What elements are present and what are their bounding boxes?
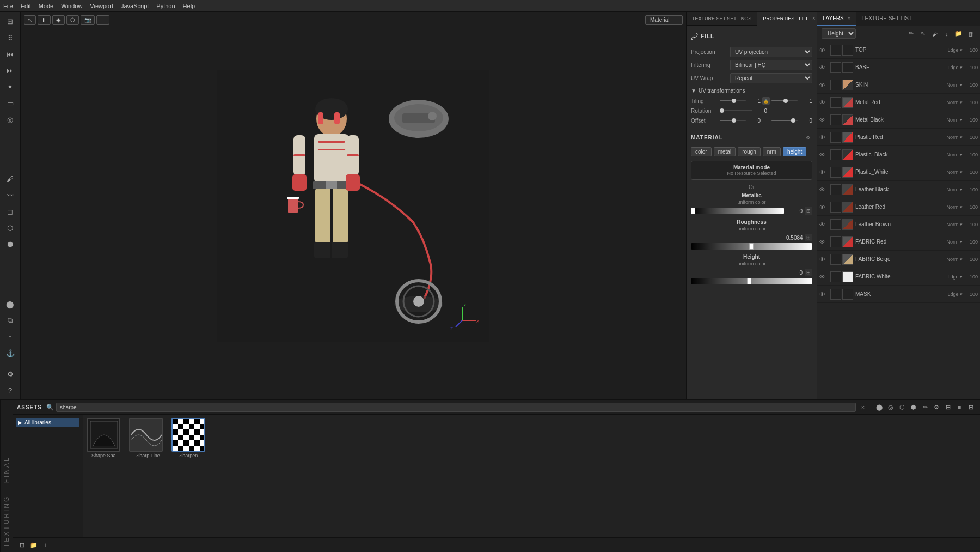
- tab-properties-fill[interactable]: PROPERTIES - FILL ×: [757, 12, 817, 26]
- channel-metal[interactable]: metal: [714, 147, 736, 156]
- channel-height[interactable]: height: [783, 147, 806, 156]
- assets-search-input[interactable]: [56, 403, 856, 412]
- menu-file[interactable]: File: [3, 3, 13, 9]
- channel-color[interactable]: color: [691, 147, 712, 156]
- layer-item[interactable]: 👁 FABRIC Red Norm ▾ 100: [817, 233, 980, 251]
- roughness-slider[interactable]: [691, 243, 812, 250]
- assets-tool-3[interactable]: ⬡: [897, 402, 907, 412]
- layer-item[interactable]: 👁 Leather Red Norm ▾ 100: [817, 198, 980, 216]
- metallic-slider[interactable]: [691, 208, 784, 214]
- height-expand[interactable]: ⊞: [805, 269, 812, 276]
- assets-bottom-3[interactable]: +: [41, 540, 51, 550]
- tool-fill[interactable]: ⬢: [3, 238, 17, 252]
- tool-dots[interactable]: ⠿: [3, 31, 17, 45]
- offset-slider-y[interactable]: [771, 117, 798, 124]
- uv-wrap-select[interactable]: Repeat Mirror Clamp: [730, 73, 812, 83]
- layer-eye-5[interactable]: 👁: [819, 134, 828, 141]
- layer-tool-brush[interactable]: 🖌: [930, 29, 940, 39]
- menu-viewport[interactable]: Viewport: [90, 3, 113, 9]
- menu-window[interactable]: Window: [61, 3, 82, 9]
- asset-thumb-1[interactable]: Sharp Line: [129, 418, 167, 458]
- tool-selection[interactable]: ⬡: [3, 221, 17, 235]
- tool-circle[interactable]: ◎: [3, 112, 17, 126]
- menu-javascript[interactable]: JavaScript: [121, 3, 149, 9]
- filtering-select[interactable]: Bilinear | HQ Nearest: [730, 60, 812, 70]
- layers-tab-close[interactable]: ×: [848, 15, 851, 21]
- asset-thumb-0[interactable]: Shape Sha...: [87, 418, 125, 458]
- layer-eye-6[interactable]: 👁: [819, 151, 828, 158]
- channel-rough[interactable]: rough: [738, 147, 761, 156]
- layer-item[interactable]: 👁 Leather Brown Norm ▾ 100: [817, 216, 980, 233]
- menu-mode[interactable]: Mode: [39, 3, 54, 9]
- tool-eraser[interactable]: ◻: [3, 205, 17, 219]
- assets-tool-5[interactable]: ✏: [920, 402, 930, 412]
- layer-item[interactable]: 👁 TOP Ldge ▾ 100: [817, 41, 980, 59]
- layer-tool-arrow[interactable]: ↓: [942, 29, 952, 39]
- layer-item[interactable]: 👁 SKIN Norm ▾ 100: [817, 76, 980, 94]
- tool-paint[interactable]: 🖌: [3, 172, 17, 186]
- layer-item[interactable]: 👁 Plastic_Black Norm ▾ 100: [817, 146, 980, 163]
- search-clear-button[interactable]: ×: [858, 402, 868, 412]
- material-settings-icon[interactable]: ⚙: [804, 134, 812, 142]
- menu-edit[interactable]: Edit: [21, 3, 31, 9]
- offset-slider-x[interactable]: [720, 117, 746, 124]
- tool-grid[interactable]: ⊞: [3, 14, 17, 28]
- assets-tool-2[interactable]: ◎: [886, 402, 896, 412]
- layer-eye-8[interactable]: 👁: [819, 186, 828, 193]
- tiling-slider-y[interactable]: [771, 97, 798, 105]
- tool-transform[interactable]: ✦: [3, 80, 17, 94]
- uv-transform-header[interactable]: ▼ UV transformations: [691, 88, 812, 94]
- layer-item[interactable]: 👁 Leather Black Norm ▾ 100: [817, 181, 980, 198]
- assets-tool-7[interactable]: ⊞: [943, 402, 953, 412]
- height-slider[interactable]: [691, 278, 812, 284]
- projection-select[interactable]: UV projection Triplanar Planar: [730, 47, 812, 57]
- layer-eye-3[interactable]: 👁: [819, 99, 828, 106]
- layer-eye-13[interactable]: 👁: [819, 274, 828, 280]
- layer-tool-folder[interactable]: 📁: [954, 29, 964, 39]
- assets-tool-1[interactable]: ⬤: [874, 402, 884, 412]
- layer-eye-4[interactable]: 👁: [819, 117, 828, 123]
- layer-eye-12[interactable]: 👁: [819, 256, 828, 263]
- tool-layers[interactable]: ⧉: [3, 313, 17, 327]
- tab-texture-set-list[interactable]: TEXTURE SET LIST: [856, 12, 917, 26]
- layer-eye-10[interactable]: 👁: [819, 221, 828, 228]
- layer-item[interactable]: 👁 FABRIC Beige Norm ▾ 100: [817, 251, 980, 268]
- menu-python[interactable]: Python: [156, 3, 175, 9]
- layer-eye-1[interactable]: 👁: [819, 64, 828, 71]
- assets-lib-all[interactable]: ▶ All libraries: [16, 418, 79, 427]
- layer-eye-2[interactable]: 👁: [819, 82, 828, 88]
- tool-rect[interactable]: ▭: [3, 96, 17, 110]
- tool-prev[interactable]: ⏮: [3, 47, 17, 61]
- menu-help[interactable]: Help: [183, 3, 195, 9]
- layer-item[interactable]: 👁 Metal Black Norm ▾ 100: [817, 111, 980, 129]
- height-dropdown[interactable]: Height: [822, 28, 856, 39]
- assets-view-grid[interactable]: ⊟: [966, 402, 976, 412]
- layer-eye-7[interactable]: 👁: [819, 169, 828, 175]
- layer-item[interactable]: 👁 FABRIC White Ldge ▾ 100: [817, 268, 980, 286]
- tiling-lock[interactable]: 🔒: [762, 97, 770, 105]
- tool-export[interactable]: ↑: [3, 330, 17, 344]
- roughness-thumb[interactable]: [749, 243, 754, 250]
- assets-bottom-1[interactable]: ⊞: [17, 540, 27, 550]
- channel-nrm[interactable]: nrm: [763, 147, 781, 156]
- metallic-expand[interactable]: ⊞: [805, 207, 812, 215]
- tool-smudge[interactable]: 〰: [3, 189, 17, 203]
- layer-eye-0[interactable]: 👁: [819, 47, 828, 53]
- layer-eye-11[interactable]: 👁: [819, 239, 828, 245]
- layer-item[interactable]: 👁 Plastic_White Norm ▾ 100: [817, 163, 980, 181]
- metallic-thumb[interactable]: [691, 208, 695, 214]
- layer-tool-pencil[interactable]: ✏: [906, 29, 916, 39]
- tool-color[interactable]: ⬤: [3, 297, 17, 311]
- height-thumb[interactable]: [747, 278, 751, 284]
- prop-tab-close[interactable]: ×: [812, 15, 816, 21]
- layer-eye-14[interactable]: 👁: [819, 291, 828, 298]
- assets-tool-4[interactable]: ⬢: [909, 402, 918, 412]
- layer-item[interactable]: 👁 MASK Ldge ▾ 100: [817, 286, 980, 303]
- rotation-slider[interactable]: [720, 107, 752, 114]
- assets-tool-6[interactable]: ⚙: [932, 402, 941, 412]
- asset-thumb-2[interactable]: Sharpen...: [171, 418, 210, 458]
- layer-item[interactable]: 👁 BASE Ldge ▾ 100: [817, 59, 980, 76]
- layer-tool-trash[interactable]: 🗑: [966, 29, 976, 39]
- layer-eye-9[interactable]: 👁: [819, 204, 828, 210]
- layer-item[interactable]: 👁 Plastic Red Norm ▾ 100: [817, 129, 980, 146]
